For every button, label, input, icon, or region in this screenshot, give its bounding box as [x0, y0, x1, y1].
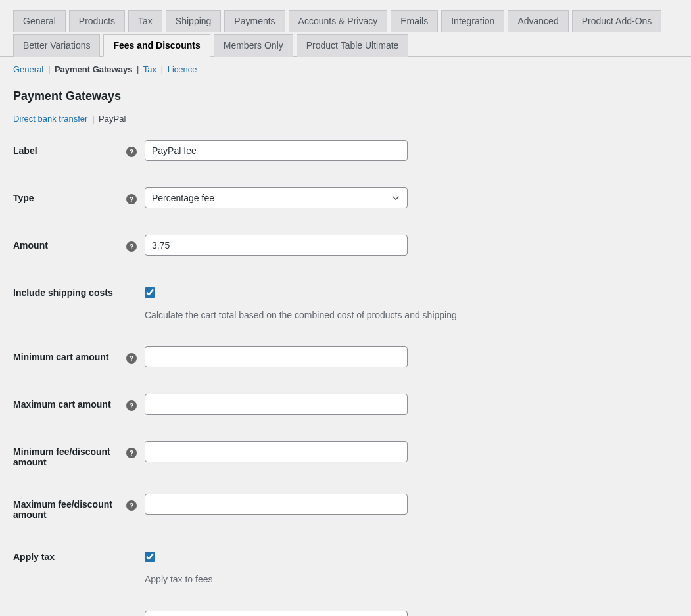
tab-emails[interactable]: Emails: [391, 10, 438, 32]
gateway-direct-bank[interactable]: Direct bank transfer: [13, 114, 87, 124]
apply-tax-checkbox[interactable]: [145, 552, 155, 562]
include-shipping-desc: Calculate the cart total based on the co…: [145, 310, 457, 320]
tab-general[interactable]: General: [13, 10, 66, 32]
max-fee-input[interactable]: [145, 494, 408, 515]
gateway-paypal[interactable]: PayPal: [99, 114, 126, 124]
tab-tax[interactable]: Tax: [128, 10, 162, 32]
amount-label: Amount: [13, 240, 126, 250]
separator: |: [137, 64, 139, 74]
label-input[interactable]: [145, 140, 408, 161]
help-icon[interactable]: ?: [126, 241, 137, 252]
help-icon[interactable]: ?: [126, 400, 137, 411]
help-icon[interactable]: ?: [126, 448, 137, 458]
subnav-payment-gateways[interactable]: Payment Gateways: [55, 64, 133, 74]
min-fee-label: Minimum fee/discount amount: [13, 446, 126, 467]
subnav-general[interactable]: General: [13, 64, 43, 74]
help-icon[interactable]: ?: [126, 500, 137, 511]
help-icon[interactable]: ?: [126, 147, 137, 157]
apply-tax-desc: Apply tax to fees: [145, 574, 213, 584]
max-cart-label: Maximum cart amount: [13, 399, 126, 410]
type-label: Type: [13, 193, 126, 203]
tax-class-select[interactable]: Standard: [145, 611, 408, 616]
tab-fees-discounts[interactable]: Fees and Discounts: [103, 34, 210, 57]
tab-integration[interactable]: Integration: [441, 10, 504, 32]
tab-advanced[interactable]: Advanced: [508, 10, 568, 32]
amount-input[interactable]: [145, 235, 408, 256]
subnav-licence[interactable]: Licence: [168, 64, 197, 74]
max-cart-input[interactable]: [145, 394, 408, 415]
tab-shipping[interactable]: Shipping: [166, 10, 222, 32]
tab-product-table-ultimate[interactable]: Product Table Ultimate: [297, 34, 409, 57]
apply-tax-label: Apply tax: [13, 552, 145, 562]
sub-nav: General | Payment Gateways | Tax | Licen…: [0, 57, 691, 80]
type-select[interactable]: Percentage fee: [145, 187, 408, 208]
tab-accounts-privacy[interactable]: Accounts & Privacy: [289, 10, 388, 32]
min-cart-input[interactable]: [145, 346, 408, 367]
help-icon[interactable]: ?: [126, 194, 137, 204]
tab-payments[interactable]: Payments: [224, 10, 285, 32]
page-title: Payment Gateways: [13, 89, 678, 103]
tab-members-only[interactable]: Members Only: [214, 34, 293, 57]
gateway-links: Direct bank transfer | PayPal: [13, 114, 678, 124]
tab-better-variations[interactable]: Better Variations: [13, 34, 100, 57]
label-label: Label: [13, 145, 126, 156]
max-fee-label: Maximum fee/discount amount: [13, 499, 126, 520]
include-shipping-checkbox[interactable]: [145, 287, 155, 298]
subnav-tax[interactable]: Tax: [143, 64, 156, 74]
separator: |: [48, 64, 50, 74]
separator: |: [92, 114, 94, 124]
include-shipping-label: Include shipping costs: [13, 287, 145, 298]
tab-product-addons[interactable]: Product Add-Ons: [572, 10, 662, 32]
help-icon[interactable]: ?: [126, 353, 137, 364]
min-fee-input[interactable]: [145, 441, 408, 462]
min-cart-label: Minimum cart amount: [13, 352, 126, 362]
tab-products[interactable]: Products: [69, 10, 125, 32]
separator: |: [161, 64, 163, 74]
settings-tabs: General Products Tax Shipping Payments A…: [0, 0, 691, 57]
